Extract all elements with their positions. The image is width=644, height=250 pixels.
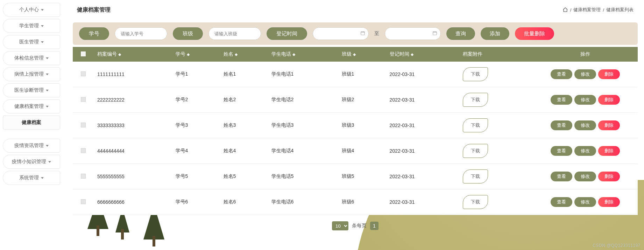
cell-name: 姓名6 (220, 189, 268, 215)
date-to-input[interactable] (385, 27, 441, 40)
cell-class: 班级2 (338, 87, 386, 113)
view-button[interactable]: 查看 (551, 146, 572, 156)
sidebar-item-label: 疫情小知识管理 (12, 159, 46, 165)
page-size-select[interactable]: 10 (332, 221, 348, 230)
row-checkbox[interactable] (81, 148, 86, 153)
sidebar-item[interactable]: 疫情资讯管理 (3, 139, 60, 153)
add-button[interactable]: 添加 (481, 27, 509, 40)
class-input[interactable] (208, 27, 261, 40)
edit-button[interactable]: 修改 (574, 146, 596, 156)
date-from-input[interactable] (313, 27, 369, 40)
sort-icon: ◆ (187, 52, 190, 57)
view-button[interactable]: 查看 (551, 172, 572, 181)
sidebar-item[interactable]: 医生管理 (3, 35, 60, 49)
breadcrumb: / 健康档案管理 / 健康档案列表 (562, 7, 634, 13)
select-all-checkbox[interactable] (81, 51, 86, 56)
cell-doc-no: 2222222222 (94, 87, 172, 113)
sort-icon: ◆ (353, 52, 356, 57)
row-checkbox[interactable] (81, 199, 86, 204)
view-button[interactable]: 查看 (551, 95, 572, 105)
delete-button[interactable]: 删除 (598, 95, 620, 105)
col-phone[interactable]: 学生电话◆ (268, 47, 338, 62)
edit-button[interactable]: 修改 (574, 172, 596, 181)
sidebar-item[interactable]: 健康档案管理 (3, 99, 60, 113)
sidebar-item[interactable]: 体检信息管理 (3, 51, 60, 65)
edit-button[interactable]: 修改 (574, 95, 596, 105)
sidebar-item-label: 疫情资讯管理 (14, 143, 44, 149)
cell-sid: 学号1 (172, 62, 220, 87)
cell-name: 姓名4 (220, 138, 268, 164)
view-button[interactable]: 查看 (551, 69, 572, 79)
col-class[interactable]: 班级◆ (338, 47, 386, 62)
filter-bar: 学号 班级 登记时间 至 查询 添加 批量删除 (73, 22, 638, 45)
sid-input[interactable] (115, 27, 167, 40)
col-name[interactable]: 姓名◆ (220, 47, 268, 62)
delete-button[interactable]: 删除 (598, 120, 620, 130)
col-sid[interactable]: 学号◆ (172, 47, 220, 62)
pagination: 10 条每页 1 (73, 215, 638, 234)
cell-name: 姓名2 (220, 87, 268, 113)
cell-date: 2022-03-31 (386, 164, 459, 189)
delete-button[interactable]: 删除 (598, 172, 620, 181)
cell-date: 2022-03-31 (386, 138, 459, 164)
batch-delete-button[interactable]: 批量删除 (515, 27, 554, 40)
row-checkbox[interactable] (81, 123, 86, 127)
table-row: 6666666666学号6姓名6学生电话6班级62022-03-31下载查看修改… (73, 189, 638, 215)
search-button[interactable]: 查询 (446, 27, 475, 40)
view-button[interactable]: 查看 (551, 120, 572, 130)
delete-button[interactable]: 删除 (598, 146, 620, 156)
edit-button[interactable]: 修改 (574, 120, 596, 130)
download-button[interactable]: 下载 (463, 169, 488, 183)
sidebar-item[interactable]: 系统管理 (3, 171, 60, 185)
row-checkbox[interactable] (81, 97, 86, 102)
delete-button[interactable]: 删除 (598, 69, 620, 79)
page-title: 健康档案管理 (77, 6, 111, 14)
cell-sid: 学号2 (172, 87, 220, 113)
download-button[interactable]: 下载 (463, 118, 488, 132)
cell-class: 班级4 (338, 138, 386, 164)
sidebar-item-label: 健康档案 (22, 119, 41, 126)
delete-button[interactable]: 删除 (598, 197, 620, 207)
cell-doc-no: 4444444444 (94, 138, 172, 164)
page-number-current[interactable]: 1 (370, 222, 378, 230)
sidebar-item[interactable]: 健康档案 (3, 116, 60, 130)
table-row: 2222222222学号2姓名2学生电话2班级22022-03-31下载查看修改… (73, 87, 638, 113)
cell-name: 姓名3 (220, 113, 268, 138)
row-checkbox[interactable] (81, 71, 86, 76)
content-card: 学号 班级 登记时间 至 查询 添加 批量删除 (73, 22, 638, 234)
download-button[interactable]: 下载 (463, 144, 488, 158)
sort-icon: ◆ (292, 52, 295, 57)
breadcrumb-sep: / (570, 7, 572, 13)
sidebar-item[interactable]: 医生诊断管理 (3, 83, 60, 97)
sidebar-item[interactable]: 个人中心 (3, 3, 60, 17)
cell-phone: 学生电话2 (268, 87, 338, 113)
sidebar-item[interactable]: 学生管理 (3, 19, 60, 33)
cell-name: 姓名5 (220, 164, 268, 189)
filter-label-sid: 学号 (79, 27, 109, 40)
breadcrumb-sep: / (603, 7, 604, 13)
download-button[interactable]: 下载 (463, 93, 488, 107)
cell-phone: 学生电话4 (268, 138, 338, 164)
cell-doc-no: 1111111111 (94, 62, 172, 87)
edit-button[interactable]: 修改 (574, 69, 596, 79)
cell-phone: 学生电话3 (268, 113, 338, 138)
home-icon[interactable] (562, 7, 568, 13)
cell-date: 2022-03-31 (386, 62, 459, 87)
chevron-down-icon (41, 41, 44, 43)
cell-name: 姓名1 (220, 62, 268, 87)
cell-class: 班级1 (338, 62, 386, 87)
edit-button[interactable]: 修改 (574, 197, 596, 207)
download-button[interactable]: 下载 (463, 67, 488, 81)
filter-label-class: 班级 (173, 27, 203, 40)
sidebar-item[interactable]: 病情上报管理 (3, 67, 60, 81)
download-button[interactable]: 下载 (463, 195, 488, 209)
sidebar-item[interactable]: 疫情小知识管理 (3, 155, 60, 169)
breadcrumb-seg-1[interactable]: 健康档案管理 (573, 7, 601, 13)
col-doc-no[interactable]: 档案编号◆ (94, 47, 172, 62)
cell-class: 班级3 (338, 113, 386, 138)
chevron-down-icon (46, 74, 49, 75)
view-button[interactable]: 查看 (551, 197, 572, 207)
row-checkbox[interactable] (81, 174, 86, 179)
sidebar-item-label: 病情上报管理 (14, 71, 44, 77)
col-date[interactable]: 登记时间◆ (386, 47, 459, 62)
